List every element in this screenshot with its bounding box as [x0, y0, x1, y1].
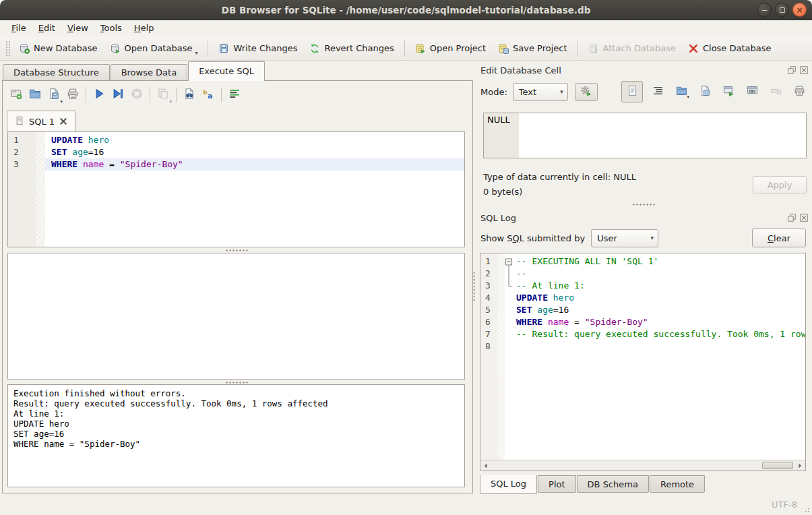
- toolbar-new-database[interactable]: New Database: [13, 38, 104, 59]
- fold-marker-icon: [505, 280, 514, 292]
- tab-sql-1[interactable]: SQL 1: [7, 111, 75, 131]
- code-line: 1UPDATE hero: [8, 134, 464, 146]
- cell-content-area[interactable]: [519, 113, 806, 158]
- sql-log-dock-header: SQL Log: [480, 211, 809, 224]
- toolbar-close-database[interactable]: Close Database: [682, 38, 778, 59]
- log-filter-select[interactable]: User ▾: [591, 229, 658, 247]
- resize-grip[interactable]: [802, 505, 811, 514]
- exec-line-icon: [112, 88, 124, 102]
- find-icon: [183, 88, 195, 102]
- cell-editor-toolbar: ▾: [621, 81, 808, 102]
- toolbar-revert-changes[interactable]: Revert Changes: [303, 38, 400, 59]
- dropdown-caret-icon: ▾: [195, 50, 197, 59]
- filter-value: User: [597, 233, 617, 243]
- tab-plot[interactable]: Plot: [538, 475, 576, 493]
- log-line: SET age=16: [13, 429, 464, 439]
- line-number: 1: [8, 134, 36, 146]
- db-attach-icon: [588, 43, 599, 54]
- maximize-button[interactable]: [775, 3, 789, 17]
- horizontal-scrollbar[interactable]: [480, 460, 805, 471]
- find-replace-button[interactable]: [180, 86, 199, 104]
- editor-lines: 1UPDATE hero2SET age=163WHERE name = "Sp…: [8, 134, 464, 171]
- tab-browse-data[interactable]: Browse Data: [111, 64, 188, 81]
- toggle-word-wrap-button[interactable]: [225, 86, 244, 104]
- tab-sql-log[interactable]: SQL Log: [480, 475, 537, 494]
- text-mode-button[interactable]: [621, 81, 643, 102]
- tab-execute-sql[interactable]: Execute SQL: [188, 61, 265, 81]
- line-number: 4: [480, 292, 498, 304]
- menu-edit[interactable]: Edit: [32, 20, 61, 36]
- open-sql-file-button[interactable]: [26, 86, 44, 104]
- window-controls: −×: [757, 3, 807, 17]
- execute-current-line-button[interactable]: [108, 86, 127, 104]
- export-data-button[interactable]: [696, 82, 714, 101]
- tab-db-schema[interactable]: DB Schema: [577, 475, 649, 493]
- log-line: UPDATE hero: [13, 419, 464, 429]
- word-wrap-button[interactable]: [649, 82, 666, 101]
- sql-log-lines: 1-- EXECUTING ALL IN 'SQL 1'2--3-- At li…: [480, 255, 805, 353]
- float-dock-icon[interactable]: [787, 65, 797, 75]
- line-number: 3: [480, 280, 498, 292]
- toolbar-open-project[interactable]: Open Project: [409, 38, 492, 59]
- log-line: WHERE name = "Spider-Boy": [13, 439, 464, 449]
- dock-tab-bar: SQL LogPlotDB SchemaRemote: [480, 475, 706, 495]
- titlebar: DB Browser for SQLite - /home/user/code/…: [0, 0, 812, 20]
- auto-switch-mode-button[interactable]: [575, 83, 598, 101]
- minimize-button[interactable]: −: [757, 3, 772, 17]
- close-dock-icon[interactable]: [799, 65, 809, 75]
- execute-all-button[interactable]: [90, 86, 108, 104]
- toolbar-write-changes[interactable]: Write Changes: [212, 38, 303, 59]
- execute-sql-page: ▾▾ba SQL 1 1UPDATE hero2SET age=163WHERE…: [2, 80, 473, 493]
- toolbar-save-project[interactable]: Save Project: [492, 38, 573, 59]
- copy-cell-link-button[interactable]: [743, 82, 761, 101]
- toolbar-open-database[interactable]: Open Database▾: [104, 38, 204, 59]
- fold-marker-icon[interactable]: [505, 255, 514, 268]
- mode-select[interactable]: Text ▾: [513, 83, 568, 101]
- toolbar-separator: [86, 88, 86, 102]
- menu-tools[interactable]: Tools: [94, 20, 128, 36]
- toolbar-separator: [150, 88, 150, 102]
- line-number: 5: [480, 304, 498, 316]
- menu-view[interactable]: View: [61, 20, 94, 36]
- dropdown-caret-icon: ▾: [687, 94, 689, 100]
- open-in-external-app-button[interactable]: [720, 82, 737, 101]
- float-dock-icon[interactable]: [787, 213, 797, 222]
- import-data-button[interactable]: ▾: [673, 82, 690, 101]
- dock-splitter[interactable]: [475, 204, 812, 206]
- set-null-icon: [770, 85, 782, 99]
- code-line: 1-- EXECUTING ALL IN 'SQL 1': [480, 255, 805, 268]
- close-button[interactable]: ×: [792, 3, 807, 17]
- toolbar-drag-handle-icon[interactable]: [5, 40, 10, 57]
- menu-file[interactable]: File: [5, 20, 32, 36]
- cell-value-editor[interactable]: NULL: [483, 113, 807, 158]
- fold-marker-icon: [505, 328, 514, 340]
- menubar: FileEditViewToolsHelp: [0, 20, 812, 36]
- scrollbar-thumb[interactable]: [762, 462, 793, 469]
- scroll-left-icon[interactable]: [480, 460, 491, 471]
- open-new-sql-tab-button[interactable]: [7, 86, 26, 104]
- db-open-icon: [110, 43, 121, 54]
- sql-editor[interactable]: 1UPDATE hero2SET age=163WHERE name = "Sp…: [7, 131, 465, 247]
- auto-format-sql-button[interactable]: ba: [199, 86, 218, 104]
- toolbar-attach-database: Attach Database: [582, 38, 682, 59]
- print-sql-button[interactable]: [63, 86, 82, 104]
- mode-row: Mode: Text ▾ ▾: [480, 82, 808, 102]
- line-number: 8: [480, 340, 498, 353]
- edit-cell-title: Edit Database Cell: [480, 65, 784, 75]
- window-link-icon: [747, 85, 758, 99]
- menu-help[interactable]: Help: [128, 20, 160, 36]
- line-number: 2: [8, 146, 36, 158]
- tab-database-structure[interactable]: Database Structure: [3, 64, 110, 81]
- log-filter-row: Show SQL submitted by User ▾ Clear: [480, 228, 806, 248]
- stop-icon: [131, 88, 143, 102]
- close-dock-icon[interactable]: [799, 213, 809, 222]
- clear-log-button[interactable]: Clear: [752, 229, 806, 247]
- tab-remote[interactable]: Remote: [650, 475, 705, 493]
- print-cell-button[interactable]: [790, 82, 808, 101]
- close-tab-icon[interactable]: [59, 117, 67, 125]
- scroll-right-icon[interactable]: [794, 460, 805, 471]
- editor-results-splitter[interactable]: [7, 249, 465, 252]
- save-results-icon: [157, 88, 169, 102]
- revert-changes-icon: [309, 43, 320, 54]
- save-sql-file-button[interactable]: ▾: [44, 86, 63, 104]
